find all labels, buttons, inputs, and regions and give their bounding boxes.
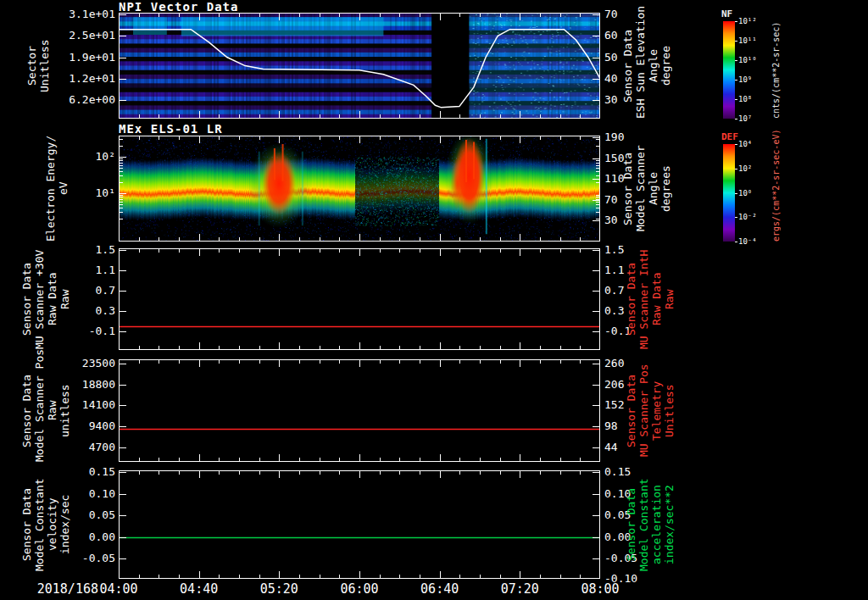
colorbar-tick-label: 10¹¹ [738,36,757,45]
def-colorbar-units-text: ergs/(cm**2-sr-sec-eV) [771,144,782,242]
axis-label-line: Sensor Data [625,248,637,350]
axis-label-line: Raw [663,248,676,350]
axis-label-line: Raw [58,248,71,350]
axis-label-line: Sensor Data [621,13,634,119]
axis-label-line: MU Scanner Pos [637,359,650,462]
axis-label-line: acceleration [650,470,663,579]
colorbar-tick-mark [735,169,737,169]
axis-label-line: Electron Energy/ [44,136,57,242]
axis-label-line: Sensor Data [625,359,637,462]
colorbar-tick-label: 10⁴ [738,140,752,148]
y-axis-label-right: Sensor DataMU Scanner IntHRaw DataRaw [625,248,676,350]
colorbar-tick-mark [735,99,737,100]
axis-label-line: Angle [647,136,659,242]
axis-label-line: index/sec [58,470,71,579]
x-tick-label: 04:00 [92,581,146,597]
colorbar-tick-label: 10⁻⁴ [738,237,757,246]
x-tick-label: 04:40 [172,581,226,597]
axis-label-line: ESH Sun Elevation [634,13,647,119]
def-colorbar-units: ergs/(cm**2-sr-sec-eV) [771,144,782,242]
scanner-pos-plot-canvas [119,359,600,462]
x-tick-label: 05:20 [252,581,306,597]
y-axis-label-left: Electron Energy/eV [44,136,70,242]
axis-label-line: Telemetry [650,359,663,462]
x-tick-label: 06:00 [332,581,387,597]
mu-scanner-30v-plot-canvas [119,248,600,350]
colorbar-tick-mark [735,41,737,42]
colorbar-tick-mark [735,193,737,194]
y-tick-label-left: 3.1e+01 [56,8,115,21]
x-axis-date-label: 2018/168 [14,581,98,597]
y-tick-label-left: 1.9e+01 [56,51,115,64]
axis-label-line: Unitless [663,359,676,462]
y-tick-label-left: 1.2e+01 [56,72,115,86]
y-axis-label-right: Sensor DataModel Constantaccelerationind… [625,470,676,579]
axis-label-line: unitless [58,359,71,462]
colorbar-tick-mark [735,144,737,145]
axis-label-line: degrees [659,136,672,242]
nf-colorbar-units-text: cnts/(cm**2-sr-sec) [771,21,782,119]
axis-label-line: Raw Data [46,248,58,350]
axis-label-line: index/sec**2 [663,470,676,579]
colorbar-tick-mark [735,119,737,119]
y-axis-label-left: Sensor DataModel Constantvelocityindex/s… [20,470,71,579]
nf-colorbar-units: cnts/(cm**2-sr-sec) [771,21,782,119]
y-tick-label-left: 2.5e+01 [56,29,115,42]
def-colorbar [723,144,735,242]
y-axis-label-right: Sensor DataESH Sun ElevationAngledegree [621,13,672,119]
colorbar-tick-label: 10¹⁰ [738,56,757,64]
axis-label-line: MU Scanner +30V [33,248,46,350]
colorbar-tick-label: 10⁹ [738,75,752,84]
axis-label-line: Sector [25,13,38,119]
y-axis-label-left: Sensor DataMU Scanner +30VRaw DataRaw [20,248,71,350]
y-axis-label-right: Sensor DataMU Scanner PosTelemetryUnitle… [625,359,676,462]
def-colorbar-label: DEF [721,131,738,142]
axis-label-line: Model Constant [33,470,46,579]
axis-label-line: Angle [647,13,659,119]
axis-label-line: velocity [46,470,58,579]
npi-spectrogram-canvas [119,13,600,119]
colorbar-tick-mark [735,21,737,22]
axis-label-line: Sensor Data [20,470,33,579]
colorbar-tick-mark [735,217,737,218]
axis-label-line: Model Scanner Pos [33,359,46,462]
colorbar-tick-label: 10² [738,164,752,173]
axis-label-line: Sensor Data [20,359,33,462]
axis-label-line: Sensor Data [20,248,33,350]
axis-label-line: Raw [46,359,58,462]
nf-colorbar-label: NF [721,8,732,19]
colorbar-tick-label: 10⁰ [738,189,752,197]
y-axis-label-left: SectorUnitless [25,13,51,119]
nf-colorbar [723,21,735,119]
panel-title-els: MEx ELS-01 LR [119,122,223,136]
colorbar-tick-label: 10⁸ [738,95,752,103]
axis-label-line: degree [659,13,672,119]
axis-label-line: Model Scanner [634,136,647,242]
axis-label-line: Model Constant [637,470,650,579]
els-spectrogram-canvas [119,136,600,242]
colorbar-tick-mark [735,80,737,81]
axis-label-line: Raw Data [650,248,663,350]
x-tick-label: 08:00 [573,581,627,597]
axis-label-line: Sensor Data [625,470,637,579]
panel-title-npi: NPI Vector Data [119,0,238,14]
axis-label-line: Sensor Data [621,136,634,242]
plot-window: NPI Vector Data MEx ELS-01 LR NF DEF cnt… [0,0,868,600]
y-axis-label-left: Sensor DataModel Scanner PosRawunitless [20,359,71,462]
axis-label-line: Unitless [38,13,51,119]
model-constant-velocity-plot-canvas [119,470,600,579]
x-tick-label: 06:40 [413,581,467,597]
colorbar-tick-mark [735,242,737,242]
axis-label-line: MU Scanner IntH [637,248,650,350]
colorbar-tick-mark [735,60,737,61]
y-axis-label-right: Sensor DataModel ScannerAngledegrees [621,136,672,242]
colorbar-tick-label: 10¹² [738,17,757,25]
colorbar-tick-label: 10⁷ [738,114,752,123]
axis-label-line: eV [57,136,70,242]
x-tick-label: 07:20 [492,581,547,597]
y-tick-label-left: 6.2e+00 [56,93,115,107]
colorbar-tick-label: 10⁻² [738,213,757,221]
